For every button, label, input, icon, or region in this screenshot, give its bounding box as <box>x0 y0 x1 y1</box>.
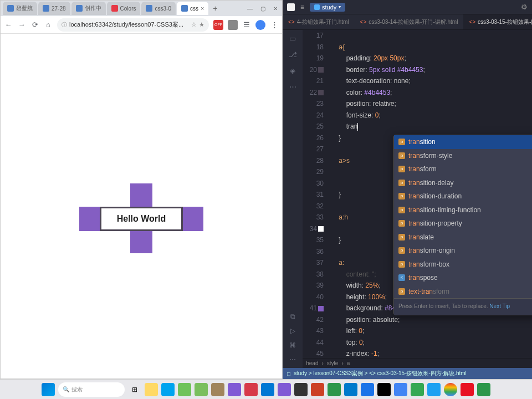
editor-tab-active[interactable]: <>css3-03-15-按钮效果-四 <box>463 14 532 29</box>
app-icon[interactable] <box>244 383 258 396</box>
back-icon[interactable]: ← <box>4 21 13 29</box>
completion-item[interactable]: ptext-transform <box>394 285 532 299</box>
completion-item[interactable]: ptransform-origin <box>394 244 532 258</box>
favicon <box>111 5 118 12</box>
ide-window: ≡ study▾ ⚙ <>4-按钮效果-开门.html <>css3-03-14… <box>283 0 532 379</box>
reader-icon[interactable]: ☰ <box>242 21 251 29</box>
app-icon[interactable] <box>261 383 274 396</box>
app-icon[interactable] <box>328 383 341 396</box>
maximize-icon[interactable]: ▢ <box>260 6 265 12</box>
forward-icon[interactable]: → <box>17 21 26 29</box>
menu-icon[interactable]: ⋮ <box>270 21 279 29</box>
editor-tab-bar: <>4-按钮效果-开门.html <>css3-03-14-按钮效果-开门-讲解… <box>283 14 532 30</box>
bookmark-icon[interactable]: ◈ <box>290 66 295 75</box>
completion-popup[interactable]: ptransitionptransform-styleptransformptr… <box>393 135 532 315</box>
completion-item[interactable]: ptransform-style <box>394 149 532 163</box>
completion-item[interactable]: ptransition-delay <box>394 176 532 190</box>
app-icon[interactable] <box>361 383 374 396</box>
explorer-icon[interactable] <box>145 383 158 396</box>
vcs-icon[interactable]: ⎇ <box>289 50 297 59</box>
terminal-icon[interactable]: ⌘ <box>289 341 296 349</box>
app-icon[interactable] <box>178 383 191 396</box>
phpstorm-icon[interactable] <box>278 383 291 396</box>
close-icon[interactable]: × <box>201 5 204 12</box>
task-view-icon[interactable]: ⊞ <box>128 383 141 396</box>
bottom-activity: ⧉ ▷ ⌘ ⋯ <box>283 308 303 368</box>
favicon <box>181 5 188 12</box>
taskbar-search[interactable]: 🔍搜索 <box>58 382 125 397</box>
editor-tab[interactable]: <>4-按钮效果-开门.html <box>283 14 355 29</box>
app-icon[interactable] <box>461 383 474 396</box>
address-bar: ← → ⟳ ⌂ ⓘ localhost:63342/study/lesson07… <box>1 16 282 34</box>
run-icon[interactable]: ▷ <box>290 327 295 335</box>
browser-tab[interactable]: css3-0 <box>141 2 175 15</box>
favicon <box>7 5 14 12</box>
ide-title-bar: ≡ study▾ ⚙ <box>283 0 532 14</box>
app-icon[interactable] <box>211 383 224 396</box>
app-icon[interactable] <box>394 383 407 396</box>
completion-item[interactable]: ptransform-box <box>394 258 532 272</box>
completion-item[interactable]: ptransition <box>394 135 532 149</box>
completion-item[interactable]: ptransform <box>394 162 532 176</box>
ellipsis-icon[interactable]: ⋯ <box>289 356 296 364</box>
star-icon[interactable]: ★ <box>199 21 204 28</box>
browser-tab-active[interactable]: css× <box>177 2 208 15</box>
favicon <box>146 5 152 12</box>
app-icon[interactable] <box>195 383 208 396</box>
app-icon[interactable] <box>477 383 490 396</box>
search-icon: 🔍 <box>63 386 69 392</box>
minimize-icon[interactable]: — <box>247 6 253 12</box>
completion-item[interactable]: ptranslate <box>394 231 532 244</box>
completion-item[interactable]: ptransition-timing-function <box>394 203 532 217</box>
page-viewport: Hello World <box>1 34 282 378</box>
reload-icon[interactable]: ⟳ <box>30 21 39 29</box>
s-icon <box>314 4 320 10</box>
url-input[interactable]: ⓘ localhost:63342/study/lesson07-CSS3案..… <box>57 18 209 32</box>
line-gutter: 1718192021222324252627282930313233343536… <box>303 30 327 360</box>
completion-item[interactable]: <transpose <box>394 271 532 285</box>
project-selector[interactable]: study▾ <box>310 3 345 12</box>
browser-tab[interactable]: 碧蓝航 <box>3 2 37 15</box>
windows-taskbar: 🔍搜索 ⊞ <box>0 379 532 399</box>
structure-icon[interactable]: ⧉ <box>290 313 295 320</box>
favicon <box>43 5 49 12</box>
app-icon[interactable] <box>311 383 324 396</box>
new-tab-button[interactable]: + <box>209 4 221 13</box>
menu-icon[interactable]: ≡ <box>300 3 304 11</box>
app-icon[interactable] <box>228 383 241 396</box>
completion-item[interactable]: ptransition-property <box>394 217 532 231</box>
info-icon: ⓘ <box>62 21 67 29</box>
home-icon[interactable]: ⌂ <box>44 21 53 29</box>
completion-item[interactable]: ptransition-duration <box>394 190 532 203</box>
browser-tab[interactable]: 27-28 <box>38 2 70 15</box>
close-icon[interactable]: ✕ <box>273 6 278 12</box>
completion-hint: Press Enter to insert, Tab to replace. N… <box>394 298 532 315</box>
project-icon[interactable]: ▭ <box>289 34 296 43</box>
browser-tab[interactable]: Colors <box>107 2 141 15</box>
browser-window: 碧蓝航 27-28 创作中 Colors css3-0 css× + — ▢ ✕… <box>0 0 283 379</box>
puzzle-icon[interactable] <box>228 20 238 30</box>
code-editor[interactable]: 1718192021222324252627282930313233343536… <box>303 30 532 358</box>
app-icon[interactable] <box>411 383 424 396</box>
editor-tab[interactable]: <>css3-03-14-按钮效果-开门-讲解.html <box>355 14 464 29</box>
next-tip-link[interactable]: Next Tip <box>489 303 510 309</box>
vscode-icon[interactable] <box>344 383 357 396</box>
more-icon[interactable]: ⋯ <box>289 83 296 91</box>
extension-icon[interactable]: OFF <box>213 20 223 30</box>
browser-tab[interactable]: 创作中 <box>71 2 106 15</box>
start-icon[interactable] <box>42 383 55 396</box>
avatar-icon[interactable] <box>255 20 265 30</box>
app-icon[interactable] <box>294 383 308 396</box>
browser-tab-bar: 碧蓝航 27-28 创作中 Colors css3-0 css× + — ▢ ✕ <box>1 1 282 16</box>
edge-icon[interactable] <box>161 383 175 396</box>
app-logo-icon[interactable] <box>287 3 295 11</box>
hello-label[interactable]: Hello World <box>100 207 183 231</box>
translate-icon[interactable]: ☆ <box>191 21 197 28</box>
chrome-icon[interactable] <box>444 383 457 396</box>
folder-icon[interactable]: □ <box>287 371 290 377</box>
app-icon[interactable] <box>427 383 441 396</box>
favicon <box>76 5 83 12</box>
gear-icon[interactable]: ⚙ <box>521 3 528 11</box>
breadcrumb[interactable]: html›head›style›a <box>283 358 532 368</box>
app-icon[interactable] <box>377 383 391 396</box>
